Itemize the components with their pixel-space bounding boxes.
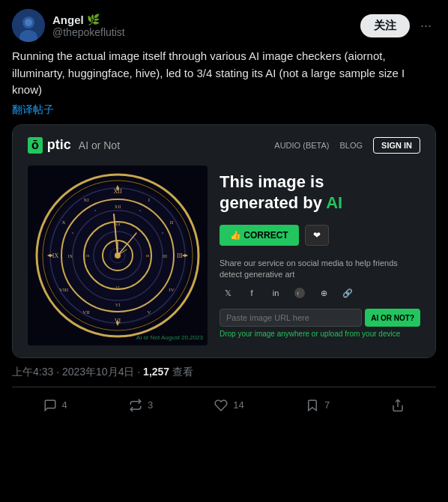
watermark: Ai or Not August 20,2023 [136,334,203,341]
social-icons: 𝕏 f in r ⊕ 🔗 [220,285,420,301]
svg-text:III: III [177,252,183,259]
optic-logo-suffix: AI or Not [79,139,120,151]
tweet-actions: 4 3 14 [12,395,436,422]
svg-point-47 [72,232,73,234]
more-button[interactable]: ··· [416,15,436,37]
svg-text:XII: XII [115,223,121,226]
vote-buttons: 👍 CORRECT ❤ [220,225,420,246]
share-action[interactable] [390,398,405,413]
heart-icon [214,398,228,413]
svg-point-45 [94,210,96,211]
slack-icon[interactable]: ⊕ [315,285,332,301]
optic-logo-text: ptic [47,137,71,153]
timestamp: 上午4:33 · 2023年10月4日 [12,366,134,378]
svg-point-44 [139,210,141,211]
header-actions: 关注 ··· [360,14,436,37]
optic-result: This image is generated by AI 👍 CORRECT … [220,166,420,339]
svg-text:VIII: VIII [59,287,69,293]
url-input-area: AI OR NOT? Drop your image anywhere or u… [220,309,420,338]
username: @thepokeflutist [52,26,125,38]
nav-blog[interactable]: BLOG [339,141,363,150]
svg-text:III: III [163,254,167,258]
svg-point-48 [294,288,305,298]
svg-text:IX: IX [68,254,73,258]
nav-audio[interactable]: AUDIO (BETA) [274,141,329,150]
sign-in-button[interactable]: SIGN IN [373,137,420,154]
like-action[interactable]: 14 [214,398,243,413]
tweet-header: Angel 🌿 @thepokeflutist 关注 ··· [12,9,436,42]
reply-count: 4 [62,399,67,411]
upload-link[interactable]: upload [321,330,343,338]
svg-text:X: X [61,220,65,226]
svg-text:IV: IV [169,287,174,293]
views-label: 查看 [172,366,193,378]
translate-link[interactable]: 翻译帖子 [12,103,436,117]
reddit-icon[interactable]: r [291,285,308,301]
share-text: Share our service on social media to hel… [220,258,420,281]
svg-text:XI: XI [83,197,89,203]
svg-text:XII: XII [115,205,121,209]
optic-content: ōptic AI or Not AUDIO (BETA) BLOG SIGN I… [13,125,435,357]
tweet-text: Running the actual image itself through … [12,48,436,99]
user-names: Angel 🌿 @thepokeflutist [52,13,125,38]
svg-text:VII: VII [82,309,90,315]
retweet-action[interactable]: 3 [128,398,153,413]
optic-body: XII III VI IX I II IV V VII VIII X [28,166,420,345]
url-row: AI OR NOT? [220,309,420,327]
ai-check-button[interactable]: AI OR NOT? [365,309,420,327]
url-input[interactable] [220,309,362,327]
optic-logo-mark: ō [28,137,43,154]
drop-text: Drop your image anywhere or upload from … [220,330,420,338]
wrong-button[interactable]: ❤ [305,225,329,246]
share-section: Share our service on social media to hel… [220,258,420,302]
svg-text:II: II [170,220,174,226]
twitter-icon[interactable]: 𝕏 [220,285,236,301]
clock-spiral-image: XII III VI IX I II IV V VII VIII X [28,166,208,345]
bookmark-icon [305,398,320,413]
retweet-count: 3 [148,399,153,411]
facebook-icon[interactable]: f [243,285,260,301]
svg-text:VI: VI [115,285,120,289]
sparkle-icon: 🌿 [87,13,100,25]
svg-text:IX: IX [85,254,90,258]
display-name: Angel 🌿 [52,13,125,26]
share-icon [390,398,405,413]
svg-point-46 [162,232,163,234]
optic-nav: AUDIO (BETA) BLOG SIGN IN [274,137,420,154]
optic-logo: ōptic AI or Not [28,137,120,154]
retweet-icon [128,398,143,413]
svg-text:IX: IX [52,252,59,259]
reply-action[interactable]: 4 [43,398,67,413]
svg-text:III: III [146,254,150,258]
views-count: 1,257 [143,366,169,378]
svg-text:V: V [147,309,151,315]
svg-text:VI: VI [115,303,120,307]
optic-header: ōptic AI or Not AUDIO (BETA) BLOG SIGN I… [28,137,420,154]
dot-sep: · [137,366,143,378]
like-count: 14 [233,399,243,411]
result-title: This image is generated by AI [220,172,420,214]
linkedin-icon[interactable]: in [267,285,284,301]
user-info: Angel 🌿 @thepokeflutist [12,9,125,42]
bookmark-action[interactable]: 7 [305,398,330,413]
reply-icon [43,398,58,413]
svg-point-2 [25,19,32,26]
avatar[interactable] [12,9,45,42]
tweet-meta: 上午4:33 · 2023年10月4日 · 1,257 查看 [12,366,436,387]
link-icon[interactable]: 🔗 [339,285,356,301]
image-card: ōptic AI or Not AUDIO (BETA) BLOG SIGN I… [12,124,436,358]
bookmark-count: 7 [324,399,330,411]
correct-button[interactable]: 👍 CORRECT [220,225,299,246]
follow-button[interactable]: 关注 [360,14,410,37]
ai-highlight: AI [326,193,342,212]
